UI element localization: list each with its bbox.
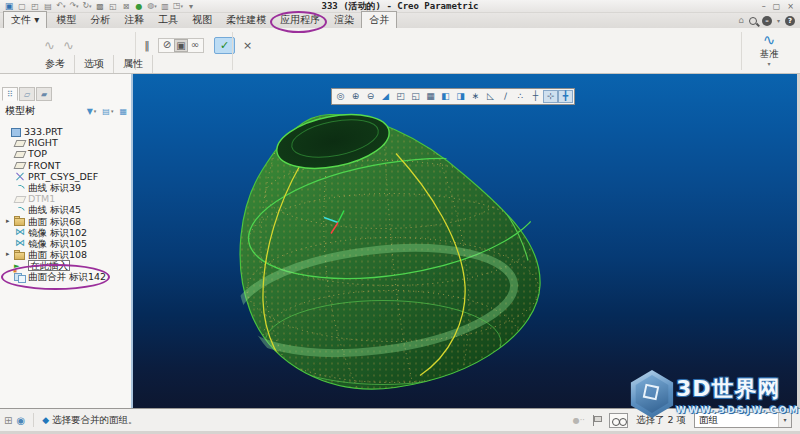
spin-center-icon[interactable]: ╋ <box>558 90 573 103</box>
datum-label: 基准 <box>751 49 787 59</box>
tab-model[interactable]: 模型 <box>49 12 83 28</box>
tab-tools[interactable]: 工具 <box>151 12 185 28</box>
windows-icon[interactable]: ◱ <box>107 1 119 12</box>
command-caret-icon[interactable]: ▾ <box>777 17 780 24</box>
zoom-out-icon[interactable]: ⊖ <box>363 90 378 103</box>
save-icon[interactable]: ▤ <box>42 1 54 12</box>
tree-item-mirror-105[interactable]: ⋈镜像 标识105 <box>0 238 131 249</box>
panel-button-0[interactable]: 参考 <box>36 55 75 73</box>
app-icon[interactable]: ▣ <box>3 1 15 12</box>
command-locator-icon[interactable]: – <box>762 16 772 26</box>
model-tree-toggle-icon[interactable]: ⊞ <box>4 415 12 426</box>
plane-tag-display-icon[interactable]: ◺ <box>483 90 498 103</box>
panel-button-2[interactable]: 属性 <box>114 55 153 73</box>
tree-item-insert-here[interactable]: ►在此插入 <box>0 260 131 271</box>
expand-arrow-icon[interactable]: ▸ <box>6 216 14 227</box>
tree-item-plane-right[interactable]: RIGHT <box>0 137 131 148</box>
customize-caret-icon[interactable]: ▾ <box>185 1 197 12</box>
axis-display-icon[interactable]: ∕ <box>498 90 513 103</box>
maximize-icon[interactable]: ▢ <box>773 2 781 11</box>
tree-item-mirror-102[interactable]: ⋈镜像 标识102 <box>0 227 131 238</box>
section-front-icon[interactable]: ◧ <box>438 90 453 103</box>
minimize-icon[interactable]: – <box>762 2 766 11</box>
tree-item-plane-front[interactable]: FRONT <box>0 160 131 171</box>
pause-icon[interactable]: ‖ <box>140 39 154 52</box>
cancel-button[interactable]: × <box>243 39 252 52</box>
creo-parametric-window: ▣▢◰▤↶▾↷▾↻▾▩◱⊠●◍▾▥◳▾▾ 333 (活动的) - Creo Pa… <box>0 0 800 434</box>
tree-item-curve-39[interactable]: 曲线 标识39 <box>0 182 131 193</box>
tree-item-label: 镜像 标识105 <box>28 238 87 249</box>
section-back-icon[interactable]: ◨ <box>453 90 468 103</box>
merge-side-two-icon[interactable]: ∿ <box>63 38 74 53</box>
web-browser-icon[interactable]: ● <box>133 1 145 12</box>
tree-item-quilt-68[interactable]: ▸曲面 标识68 <box>0 216 131 227</box>
datum-dropdown[interactable]: ∿ 基准 ▾ <box>751 32 787 68</box>
tree-item-merge-142[interactable]: *曲面合并 标识142 <box>0 271 131 282</box>
model-tree: 333.PRTRIGHTTOPFRONTPRT_CSYS_DEF曲线 标识39D… <box>0 126 131 283</box>
no-preview-icon[interactable]: ⊘ <box>160 39 174 52</box>
zoom-region-icon[interactable]: ◎ <box>333 90 348 103</box>
tree-item-plane-top[interactable]: TOP <box>0 148 131 159</box>
dashboard-controls: ‖ ⊘ ▣ ∞ ✓ × <box>140 37 252 54</box>
home-icon[interactable]: ⌂ <box>738 15 744 26</box>
folder-browser-tab[interactable]: ▱ <box>19 87 35 101</box>
saved-orientations-icon[interactable]: ◰ <box>393 90 408 103</box>
tab-flexible-modeling[interactable]: 柔性建模 <box>219 12 273 28</box>
open-file-icon[interactable]: ◰ <box>29 1 41 12</box>
tree-filter-button[interactable]: ▼▾ <box>87 107 97 116</box>
model-tree-tab[interactable]: ⠿ <box>2 87 18 101</box>
mirror-icon: ⋈ <box>14 238 26 248</box>
tree-columns-button[interactable]: ▦ <box>119 107 128 116</box>
point-display-icon[interactable]: ∴ <box>513 90 528 103</box>
record-dot-icon: ●·· <box>573 416 585 425</box>
help-icon[interactable]: ? <box>785 16 795 26</box>
print-icon[interactable]: ▥ <box>159 1 171 12</box>
graphics-area[interactable]: ◎⊕⊖◢◰◱▦◧◨∗◺∕∴┼⊹╋ <box>133 74 797 408</box>
tree-header-buttons: ▼▾▤▾▦ <box>81 107 128 116</box>
tab-analysis[interactable]: 分析 <box>83 12 117 28</box>
plane-icon <box>14 160 26 170</box>
display-style-icon[interactable]: ▦ <box>423 90 438 103</box>
attached-preview-icon[interactable]: ▣ <box>174 39 188 52</box>
verify-icon[interactable]: ∞ <box>188 39 202 52</box>
graphics-toolbar: ◎⊕⊖◢◰◱▦◧◨∗◺∕∴┼⊹╋ <box>331 88 575 105</box>
tree-item-label: TOP <box>28 148 47 159</box>
flag-icon[interactable] <box>593 415 601 426</box>
close-icon[interactable]: × <box>787 2 794 11</box>
tree-item-dtm1[interactable]: DTM1 <box>0 193 131 204</box>
refit-icon[interactable]: ◢ <box>378 90 393 103</box>
tree-item-curve-45[interactable]: 曲线 标识45 <box>0 204 131 215</box>
curve-icon <box>14 205 26 215</box>
tree-item-label: FRONT <box>28 160 60 171</box>
tree-settings-button[interactable]: ▤▾ <box>102 107 113 116</box>
tree-item-part-333[interactable]: 333.PRT <box>0 126 131 137</box>
view-manager-icon[interactable]: ◱ <box>408 90 423 103</box>
find-button[interactable] <box>609 413 628 428</box>
panel-button-1[interactable]: 选项 <box>75 55 114 73</box>
zoom-in-icon[interactable]: ⊕ <box>348 90 363 103</box>
close-window-icon[interactable]: ⊠ <box>120 1 132 12</box>
part-icon <box>10 127 22 137</box>
csys-display-icon[interactable]: ┼ <box>528 90 543 103</box>
tree-item-csys-def[interactable]: PRT_CSYS_DEF <box>0 171 131 182</box>
tab-applications[interactable]: 应用程序 <box>273 12 327 28</box>
tab-annotate[interactable]: 注释 <box>117 12 151 28</box>
window-controls: – ▢ × <box>762 2 800 11</box>
search-icon[interactable] <box>749 17 757 25</box>
navigator-tabs: ⠿▱▰ <box>2 87 131 101</box>
quilt-icon <box>14 216 26 226</box>
new-file-icon[interactable]: ▢ <box>16 1 28 12</box>
tab-view[interactable]: 视图 <box>185 12 219 28</box>
datum-plane-display-icon[interactable]: ∗ <box>468 90 483 103</box>
3d-model-canvas[interactable] <box>133 74 797 408</box>
tab-merge[interactable]: 合并 <box>361 11 397 28</box>
tab-file[interactable]: 文件 ▾ <box>3 11 47 28</box>
annotation-display-icon[interactable]: ⊹ <box>543 90 558 103</box>
favorites-tab[interactable]: ▰ <box>36 87 52 101</box>
tree-item-quilt-108[interactable]: ▸曲面 标识108 <box>0 249 131 260</box>
tab-render[interactable]: 渲染 <box>327 12 361 28</box>
model-notes-icon[interactable]: ▩ <box>94 1 106 12</box>
web-browser-toggle-icon[interactable]: ◉ <box>16 415 25 426</box>
expand-arrow-icon[interactable]: ▸ <box>6 249 14 260</box>
merge-side-one-icon[interactable]: ∿ <box>44 38 55 53</box>
